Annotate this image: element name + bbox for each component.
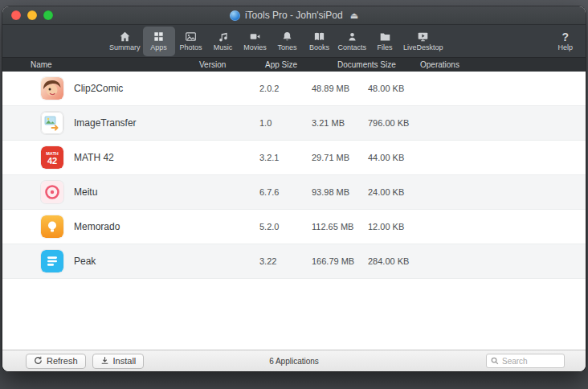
apps-icon — [153, 31, 165, 43]
documents-size: 44.00 KB — [368, 153, 456, 162]
install-button[interactable]: Install — [92, 354, 145, 369]
column-header-documents-size: Documents Size — [337, 60, 420, 69]
peak-app-icon — [41, 250, 63, 272]
app-name-cell: Memorado — [31, 215, 259, 238]
app-version: 5.2.0 — [259, 222, 312, 231]
column-header-version: Version — [199, 60, 265, 69]
app-name-cell: ImageTransfer — [31, 112, 259, 134]
app-name-cell: MATH42 MATH 42 — [31, 146, 259, 169]
applications-count: 6 Applications — [269, 357, 319, 366]
column-header-name: Name — [31, 60, 199, 69]
help-button[interactable]: ? Help — [557, 31, 573, 51]
tab-label: Tones — [278, 43, 297, 51]
refresh-label: Refresh — [47, 356, 78, 366]
app-size: 29.71 MB — [312, 153, 368, 162]
app-name: Meitu — [74, 186, 97, 198]
tab-label: Apps — [150, 43, 167, 51]
app-name-cell: Clip2Comic — [31, 77, 259, 100]
photos-icon — [185, 31, 197, 43]
app-name: Peak — [74, 256, 96, 267]
table-row[interactable]: ImageTransfer 1.0 3.21 MB 796.00 KB — [2, 106, 586, 141]
itools-window: iTools Pro - John'siPod ⏏ Summary Apps P… — [2, 6, 586, 371]
refresh-button[interactable]: Refresh — [26, 354, 86, 369]
app-name-cell: Meitu — [31, 181, 259, 203]
tab-label: Summary — [109, 43, 141, 51]
app-version: 2.0.2 — [259, 84, 312, 93]
tab-files[interactable]: Files — [369, 27, 401, 56]
tab-summary[interactable]: Summary — [107, 27, 143, 56]
zoom-button[interactable] — [43, 10, 53, 20]
tab-label: Movies — [243, 43, 267, 51]
tab-books[interactable]: Books — [304, 27, 336, 56]
table-row[interactable]: Meitu 6.7.6 93.98 MB 24.00 KB — [2, 175, 586, 210]
search-box[interactable] — [486, 354, 565, 368]
app-version: 3.22 — [259, 256, 312, 266]
tab-label: Files — [378, 43, 393, 51]
itools-app-icon — [230, 10, 240, 21]
app-name: Clip2Comic — [74, 83, 123, 94]
tab-label: Music — [214, 43, 233, 51]
app-name: MATH 42 — [74, 152, 114, 163]
table-header: Name Version App Size Documents Size Ope… — [2, 58, 586, 72]
summary-icon — [119, 31, 131, 43]
download-icon — [100, 356, 109, 366]
tab-label: LiveDesktop — [403, 43, 443, 51]
svg-text:42: 42 — [47, 156, 57, 166]
titlebar: iTools Pro - John'siPod ⏏ — [2, 6, 586, 25]
table-row[interactable]: Memorado 5.2.0 112.65 MB 12.00 KB — [2, 210, 586, 244]
toolbar: Summary Apps Photos Music Movies Tones B… — [2, 25, 586, 58]
app-name: Memorado — [74, 221, 120, 232]
app-list: Clip2Comic 2.0.2 48.89 MB 48.00 KB Image… — [2, 72, 586, 350]
tab-label: Contacts — [338, 43, 367, 51]
video-camera-icon — [249, 31, 261, 43]
tab-music[interactable]: Music — [207, 27, 239, 56]
tab-apps[interactable]: Apps — [143, 27, 175, 56]
install-label: Install — [113, 356, 137, 366]
app-size: 166.79 MB — [312, 256, 368, 266]
folder-icon — [379, 31, 391, 43]
window-title: iTools Pro - John'siPod — [245, 10, 343, 21]
app-size: 93.98 MB — [312, 187, 368, 197]
tab-label: Photos — [180, 43, 202, 51]
clip2comic-app-icon — [41, 77, 63, 100]
tab-photos[interactable]: Photos — [175, 27, 207, 56]
tab-contacts[interactable]: Contacts — [336, 27, 370, 56]
search-icon — [491, 354, 499, 368]
app-size: 48.89 MB — [312, 84, 368, 93]
person-icon — [346, 31, 358, 43]
tab-livedesktop[interactable]: LiveDesktop — [401, 27, 446, 56]
column-header-operations: Operations — [420, 60, 586, 69]
math42-app-icon: MATH42 — [41, 146, 63, 169]
app-version: 6.7.6 — [259, 187, 312, 197]
traffic-lights — [11, 10, 53, 20]
tab-tones[interactable]: Tones — [272, 27, 304, 56]
refresh-icon — [34, 356, 43, 366]
bell-icon — [281, 31, 293, 43]
app-name-cell: Peak — [31, 250, 259, 272]
table-row[interactable]: MATH42 MATH 42 3.2.1 29.71 MB 44.00 KB — [2, 141, 586, 175]
book-icon — [313, 31, 325, 43]
window-title-area: iTools Pro - John'siPod ⏏ — [230, 10, 358, 21]
search-input[interactable] — [502, 357, 560, 366]
tab-movies[interactable]: Movies — [239, 27, 272, 56]
app-size: 3.21 MB — [312, 118, 368, 128]
table-row[interactable]: Clip2Comic 2.0.2 48.89 MB 48.00 KB — [2, 72, 586, 106]
documents-size: 24.00 KB — [368, 187, 456, 197]
documents-size: 12.00 KB — [368, 222, 456, 231]
svg-text:MATH: MATH — [46, 151, 59, 156]
table-row[interactable]: Peak 3.22 166.79 MB 284.00 KB — [2, 244, 586, 279]
monitor-play-icon — [417, 31, 429, 43]
column-header-app-size: App Size — [265, 60, 337, 69]
documents-size: 796.00 KB — [368, 118, 456, 128]
close-button[interactable] — [11, 10, 21, 20]
meitu-app-icon — [41, 181, 63, 203]
documents-size: 48.00 KB — [368, 84, 456, 93]
music-note-icon — [217, 31, 229, 43]
minimize-button[interactable] — [27, 10, 37, 20]
app-name: ImageTransfer — [74, 117, 137, 129]
documents-size: 284.00 KB — [368, 256, 456, 266]
status-bar: Refresh Install 6 Applications — [2, 350, 586, 371]
eject-icon[interactable]: ⏏ — [350, 10, 358, 21]
app-version: 3.2.1 — [259, 153, 312, 162]
imagetransfer-app-icon — [41, 112, 63, 134]
